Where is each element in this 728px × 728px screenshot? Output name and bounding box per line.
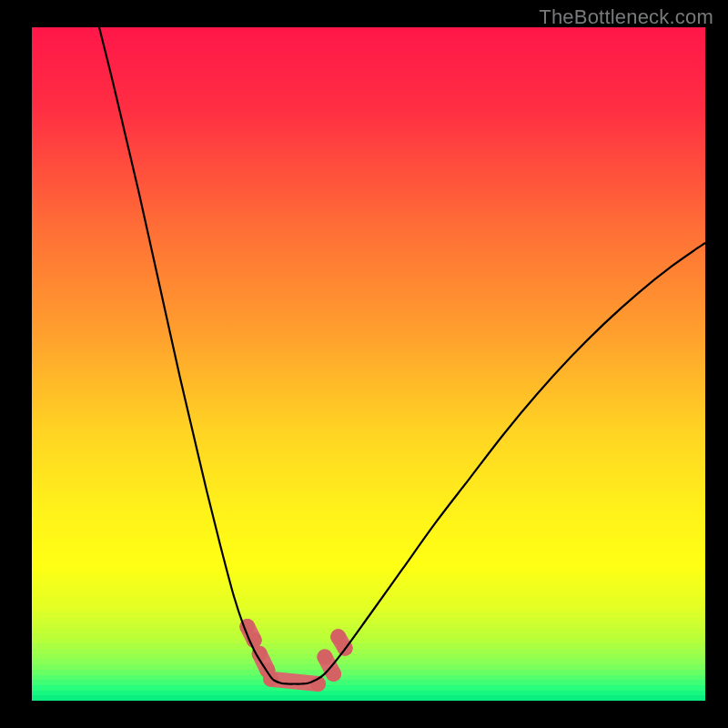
svg-point-11: [326, 666, 341, 682]
chart-frame: TheBottleneck.com: [0, 0, 728, 728]
watermark-text: TheBottleneck.com: [539, 5, 713, 29]
svg-point-10: [317, 649, 332, 664]
svg-point-7: [263, 672, 278, 687]
plot-area: [32, 27, 705, 701]
bottleneck-curve: [99, 27, 705, 684]
curve-layer: [32, 27, 705, 701]
